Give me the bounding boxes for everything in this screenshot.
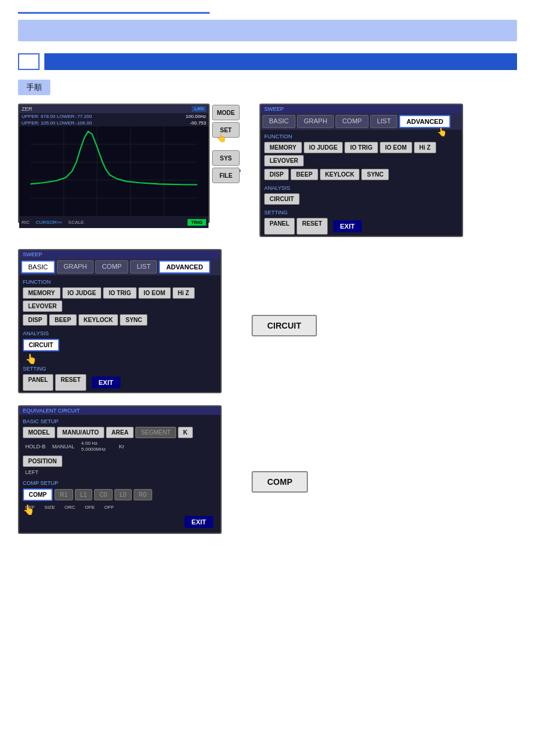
io-eom-btn-1[interactable]: IO EOM xyxy=(380,142,412,153)
sync-btn-1[interactable]: SYNC xyxy=(361,169,389,180)
manual-value: MANUAL xyxy=(50,444,77,450)
section-title-bar xyxy=(44,53,517,70)
screen-graph-area xyxy=(19,126,208,216)
comp-btn[interactable]: COMP xyxy=(23,488,53,501)
function-btn-row2-1: DISP BEEP KEYLOCK SYNC xyxy=(261,168,462,181)
screen-badge: LAN xyxy=(192,106,206,112)
position-row: POSITION xyxy=(19,454,220,468)
analyzer-screen: ZER LAN UPPER: 678.00 LOWER:-77.200 100.… xyxy=(18,104,210,223)
setting-label-1: SETTING xyxy=(261,208,462,217)
manu-auto-btn[interactable]: MANU/AUTO xyxy=(57,427,104,438)
screen-right-buttons: MODE SET 👆 SYS FILE xyxy=(212,105,240,183)
tab-graph-1[interactable]: GRAPH xyxy=(297,115,334,128)
reset-btn-1[interactable]: RESET xyxy=(297,218,327,235)
function-btn-row2-2: DISP BEEP KEYLOCK SYNC xyxy=(19,313,220,327)
comp-size: SIZE xyxy=(42,505,58,510)
tab-advanced-2[interactable]: ADVANCED xyxy=(159,260,210,274)
comp-off-2: OFF xyxy=(102,505,116,510)
function-label-1: FUNCTION xyxy=(261,132,462,141)
analyzer-screen-wrap: ZER LAN UPPER: 678.00 LOWER:-77.200 100.… xyxy=(18,104,210,223)
graph-svg xyxy=(19,126,208,216)
reset-btn-2[interactable]: RESET xyxy=(55,374,86,391)
beep-btn-2[interactable]: BEEP xyxy=(49,314,76,326)
disp-btn-2[interactable]: DISP xyxy=(23,314,47,326)
screen-info-row1: UPPER: 678.00 LOWER:-77.200 100.00Hz xyxy=(19,113,208,120)
comp-setup-label: COMP SETUP xyxy=(19,479,220,487)
function-btn-row1-2: MEMORY IO JUDGE IO TRIG IO EOM Hi Z LEVO… xyxy=(19,286,220,313)
circuit-btn-2[interactable]: CIRCUIT xyxy=(23,339,59,351)
levover-btn-2[interactable]: LEVOVER xyxy=(23,300,62,312)
r0-btn: R0 xyxy=(134,489,152,500)
eq-exit-row: EXIT xyxy=(19,511,220,533)
memory-btn-1[interactable]: MEMORY xyxy=(264,142,302,153)
io-judge-btn-1[interactable]: IO JUDGE xyxy=(304,142,343,153)
l1-btn: L1 xyxy=(75,489,92,500)
eq-exit-btn[interactable]: EXIT xyxy=(185,516,213,528)
tab-basic-1[interactable]: BASIC xyxy=(262,115,295,128)
keylock-btn-1[interactable]: KEYLOCK xyxy=(320,169,360,180)
panel-btn-2[interactable]: PANEL xyxy=(23,374,53,391)
file-button[interactable]: FILE xyxy=(212,168,240,183)
model-btn[interactable]: MODEL xyxy=(23,427,55,438)
tab-comp-2[interactable]: COMP xyxy=(95,260,128,274)
comp-values-row: OFF SIZE ORC OFE OFF xyxy=(19,503,220,511)
keylock-btn-2[interactable]: KEYLOCK xyxy=(78,314,119,326)
sweep-panel-2: SWEEP BASIC GRAPH COMP LIST ADVANCED FUN… xyxy=(18,249,222,393)
tab-list-1[interactable]: LIST xyxy=(370,115,397,128)
eq-btn-row1: MODEL MANU/AUTO AREA SEGMENT K xyxy=(19,426,220,439)
io-trig-btn-1[interactable]: IO TRIG xyxy=(344,142,377,153)
top-decorative-line xyxy=(18,12,210,14)
function-btn-row1-1: MEMORY IO JUDGE IO TRIG IO EOM Hi Z LEVO… xyxy=(261,141,462,168)
r1-btn: R1 xyxy=(55,489,73,500)
io-judge-btn-2[interactable]: IO JUDGE xyxy=(62,287,102,299)
area-btn[interactable]: AREA xyxy=(106,427,134,438)
io-eom-btn-2[interactable]: IO EOM xyxy=(138,287,171,299)
tab-list-2[interactable]: LIST xyxy=(130,260,157,274)
sweep-panel-1: SWEEP BASIC GRAPH COMP LIST ADVANCED 👆 F… xyxy=(259,104,463,237)
hi-z-btn-2[interactable]: Hi Z xyxy=(173,287,195,299)
exit-btn-2[interactable]: EXIT xyxy=(92,377,120,388)
circuit-action-button[interactable]: CIRCUIT xyxy=(252,315,317,336)
circuit-btn-1[interactable]: CIRCUIT xyxy=(264,193,300,205)
k-btn[interactable]: K xyxy=(178,427,193,438)
exit-btn-1[interactable]: EXIT xyxy=(333,220,362,232)
tab-advanced-1[interactable]: ADVANCED 👆 xyxy=(399,115,451,128)
tab-basic-2[interactable]: BASIC xyxy=(21,260,55,274)
position-btn[interactable]: POSITION xyxy=(23,456,62,467)
eq-panel: EQUIVALENT CIRCUIT BASIC SETUP MODEL MAN… xyxy=(18,405,222,534)
panel-btn-1[interactable]: PANEL xyxy=(264,218,295,235)
sys-button[interactable]: SYS xyxy=(212,150,240,166)
screen-header: ZER LAN xyxy=(19,105,208,113)
position-value-row: LEFT xyxy=(19,468,220,476)
segment-btn: SEGMENT xyxy=(135,427,176,438)
tab-graph-2[interactable]: GRAPH xyxy=(57,260,93,274)
analysis-btn-row-2: CIRCUIT 👆 xyxy=(19,338,220,353)
trig-btn[interactable]: TRIG xyxy=(188,219,206,226)
sweep-title-2: SWEEP xyxy=(19,250,220,259)
comp-orc: ORC xyxy=(62,505,78,510)
tab-comp-1[interactable]: COMP xyxy=(335,115,368,128)
comp-action-area: COMP xyxy=(252,453,308,493)
screen-title: ZER xyxy=(22,106,32,112)
set-button[interactable]: SET 👆 xyxy=(212,122,240,138)
mode-button[interactable]: MODE xyxy=(212,105,240,120)
beep-btn-1[interactable]: BEEP xyxy=(291,169,318,180)
io-trig-btn-2[interactable]: IO TRIG xyxy=(103,287,136,299)
hold-b-value: HOLD-B xyxy=(23,444,48,450)
levover-btn-1[interactable]: LEVOVER xyxy=(264,155,304,166)
hi-z-btn-1[interactable]: Hi Z xyxy=(414,142,436,153)
sync-btn-2[interactable]: SYNC xyxy=(120,314,147,326)
comp-ofe: OFE xyxy=(83,505,97,510)
header-banner xyxy=(18,20,517,41)
section-header xyxy=(18,53,517,70)
disp-btn-1[interactable]: DISP xyxy=(264,169,289,180)
basic-setup-label: BASIC SETUP xyxy=(19,417,220,426)
comp-action-button[interactable]: COMP xyxy=(252,471,308,493)
third-content-row: EQUIVALENT CIRCUIT BASIC SETUP MODEL MAN… xyxy=(18,405,517,534)
second-content-row: SWEEP BASIC GRAPH COMP LIST ADVANCED FUN… xyxy=(18,249,517,393)
function-label-2: FUNCTION xyxy=(19,278,220,286)
freq-value: 4.00 Hz5.0000MHz xyxy=(79,441,108,453)
memory-btn-2[interactable]: MEMORY xyxy=(23,287,61,299)
screen-info-row2: UPPER: 105.00 LOWER:-106.00 -00.753 xyxy=(19,120,208,126)
sweep-tabs-2: BASIC GRAPH COMP LIST ADVANCED xyxy=(19,259,220,275)
